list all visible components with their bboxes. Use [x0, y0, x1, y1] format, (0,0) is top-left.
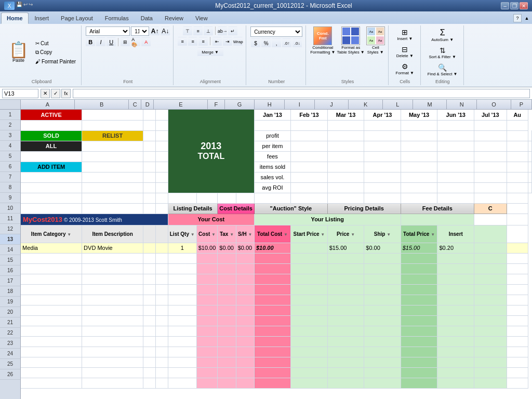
cell-p13[interactable]	[507, 243, 528, 253]
cell-b22[interactable]	[82, 336, 143, 347]
row-4[interactable]: 4	[0, 141, 20, 151]
tab-insert[interactable]: Insert	[29, 12, 55, 24]
cell-c14[interactable]	[143, 253, 156, 263]
col-header-e[interactable]: E	[154, 100, 208, 109]
sh-header[interactable]: S/H ▼	[236, 225, 254, 243]
cost-details-button[interactable]: Cost Details	[218, 203, 255, 214]
cell-o16[interactable]	[474, 274, 507, 284]
cell-d7[interactable]	[155, 172, 168, 182]
cell-a23[interactable]	[21, 347, 82, 357]
cell-i4[interactable]	[291, 141, 328, 151]
cell-n8[interactable]	[474, 182, 507, 193]
cell-h24[interactable]	[236, 357, 254, 367]
cell-j19[interactable]	[291, 305, 328, 315]
cell-l5[interactable]	[401, 151, 437, 162]
cell-c17[interactable]	[143, 284, 156, 295]
cell-i3[interactable]	[291, 130, 328, 141]
cell-i5[interactable]	[291, 151, 328, 162]
cell-m17[interactable]	[401, 284, 437, 295]
cell-i7[interactable]	[291, 172, 328, 182]
cell-o13[interactable]	[474, 243, 507, 253]
cell-p14[interactable]	[507, 253, 528, 263]
cell-a18[interactable]	[21, 295, 82, 305]
sold-cell[interactable]: SOLD	[21, 130, 82, 141]
cell-d8[interactable]	[155, 182, 168, 193]
row-14[interactable]: 14	[0, 245, 20, 255]
cell-i25[interactable]	[254, 367, 290, 378]
merge-button[interactable]: Merge ▼	[197, 47, 223, 57]
cell-b4[interactable]	[82, 141, 143, 151]
total-cost-header[interactable]: Total Cost ▼	[254, 225, 290, 243]
cell-p19[interactable]	[507, 305, 528, 315]
cell-e17[interactable]	[168, 284, 196, 295]
decrease-indent-button[interactable]: ⇤	[212, 37, 222, 46]
cell-d26[interactable]	[155, 378, 168, 388]
cell-d14[interactable]	[155, 253, 168, 263]
cell-m4[interactable]	[437, 141, 474, 151]
cell-g15[interactable]	[218, 263, 236, 274]
cell-c12[interactable]	[143, 225, 156, 243]
cell-g19[interactable]	[218, 305, 236, 315]
cost-header[interactable]: Cost ▼	[196, 225, 218, 243]
cell-m5[interactable]	[437, 151, 474, 162]
cell-g17[interactable]	[218, 284, 236, 295]
cell-g22[interactable]	[218, 336, 236, 347]
ship-header[interactable]: Ship ▼	[364, 225, 401, 243]
cell-d17[interactable]	[155, 284, 168, 295]
cell-j4[interactable]	[327, 141, 364, 151]
cell-f19[interactable]	[196, 305, 218, 315]
cell-m18[interactable]	[401, 295, 437, 305]
cell-c16[interactable]	[143, 274, 156, 284]
cell-n22[interactable]	[437, 336, 474, 347]
tab-data[interactable]: Data	[135, 12, 158, 24]
cell-g9[interactable]	[218, 193, 236, 203]
cell-c22[interactable]	[143, 336, 156, 347]
cell-h16[interactable]	[236, 274, 254, 284]
cell-p17[interactable]	[507, 284, 528, 295]
cell-c2[interactable]	[143, 120, 156, 130]
cell-o3[interactable]	[507, 130, 528, 141]
close-button[interactable]: ✕	[520, 2, 528, 9]
col-header-p[interactable]: P	[511, 100, 532, 109]
cell-b1[interactable]	[82, 110, 143, 120]
cell-b14[interactable]	[82, 253, 143, 263]
cell-j17[interactable]	[291, 284, 328, 295]
cell-l8[interactable]	[401, 182, 437, 193]
row-9[interactable]: 9	[0, 193, 20, 203]
cell-l9[interactable]	[364, 193, 401, 203]
tab-review[interactable]: Review	[159, 12, 189, 24]
paste-button[interactable]: 📋 Paste	[5, 39, 32, 65]
copy-button[interactable]: ⧉Copy	[33, 48, 78, 57]
pricing-details-button[interactable]: Pricing Details	[327, 203, 401, 214]
cell-f26[interactable]	[196, 378, 218, 388]
cell-e15[interactable]	[168, 263, 196, 274]
cell-m6[interactable]	[437, 162, 474, 172]
cell-g21[interactable]	[218, 326, 236, 336]
font-color-button[interactable]: A	[141, 37, 151, 47]
cell-n24[interactable]	[437, 357, 474, 367]
cell-o17[interactable]	[474, 284, 507, 295]
cell-l25[interactable]	[364, 367, 401, 378]
total-price-cell-13[interactable]: $15.00	[401, 243, 437, 253]
cell-o21[interactable]	[474, 326, 507, 336]
window-controls[interactable]: – ❐ ✕	[501, 2, 528, 9]
row-11[interactable]: 11	[0, 214, 20, 224]
cell-d2[interactable]	[155, 120, 168, 130]
cell-p21[interactable]	[507, 326, 528, 336]
cell-c6[interactable]	[143, 162, 156, 172]
cell-d5[interactable]	[155, 151, 168, 162]
cell-m11[interactable]	[401, 214, 474, 225]
listing-details-button[interactable]: Listing Details	[168, 203, 218, 214]
cell-j20[interactable]	[291, 315, 328, 326]
cell-n15[interactable]	[437, 263, 474, 274]
cell-k9[interactable]	[327, 193, 364, 203]
cell-e25[interactable]	[168, 367, 196, 378]
cell-m22[interactable]	[401, 336, 437, 347]
cell-n3[interactable]	[474, 130, 507, 141]
cell-a20[interactable]	[21, 315, 82, 326]
cell-k3[interactable]	[364, 130, 401, 141]
cell-b26[interactable]	[82, 378, 143, 388]
insert-button[interactable]: ⊞ Insert ▼	[394, 26, 415, 43]
cell-j22[interactable]	[291, 336, 328, 347]
row-8[interactable]: 8	[0, 182, 20, 193]
